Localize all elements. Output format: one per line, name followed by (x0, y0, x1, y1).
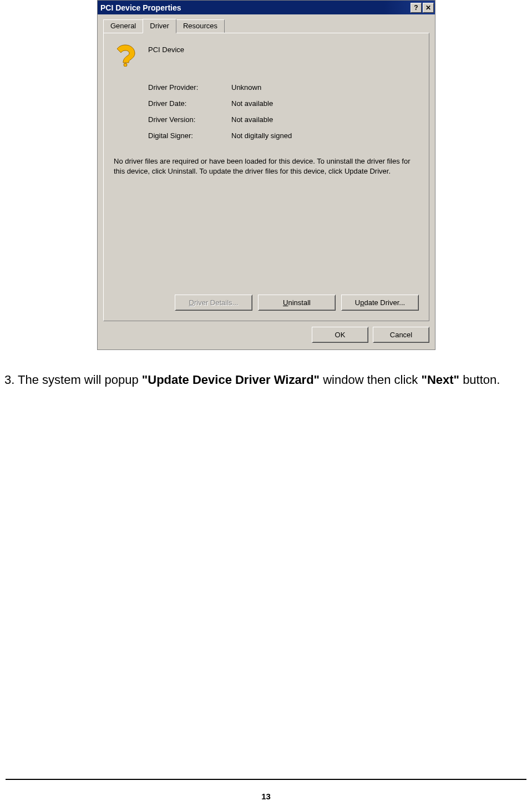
tab-general-label: General (110, 22, 136, 30)
signer-value: Not digitally signed (231, 131, 419, 140)
tab-general[interactable]: General (103, 19, 143, 34)
ok-button[interactable]: OK (312, 327, 368, 343)
instruction-bold2: "Next" (421, 373, 459, 387)
update-pre: U (355, 298, 360, 307)
tab-driver[interactable]: Driver (143, 19, 176, 33)
properties-dialog: PCI Device Properties ? ✕ General Driver… (97, 0, 435, 350)
instruction-prefix: 3. The system will popup (4, 373, 142, 387)
tab-button-row: Driver Details... Uninstall Update Drive… (175, 295, 419, 311)
tab-strip: General Driver Resources (98, 14, 435, 33)
update-rest: date Driver... (364, 298, 405, 307)
update-driver-button[interactable]: Update Driver... (341, 295, 419, 311)
cancel-button[interactable]: Cancel (373, 327, 429, 343)
instruction-text: 3. The system will popup "Update Device … (4, 372, 529, 388)
driver-info-grid: Driver Provider: Unknown Driver Date: No… (148, 83, 419, 140)
titlebar: PCI Device Properties ? ✕ (98, 1, 435, 14)
page-number: 13 (0, 792, 532, 801)
uninstall-button[interactable]: Uninstall (258, 295, 336, 311)
question-icon: ? (414, 4, 418, 12)
svg-point-0 (124, 63, 127, 67)
tab-resources-label: Resources (183, 22, 217, 30)
device-header: PCI Device (114, 43, 419, 67)
instruction-suffix: button. (459, 373, 500, 387)
cancel-label: Cancel (390, 331, 412, 339)
version-label: Driver Version: (148, 115, 231, 124)
date-value: Not available (231, 99, 419, 108)
instruction-bold1: "Update Device Driver Wizard" (142, 373, 320, 387)
instruction-middle: window then click (320, 373, 421, 387)
help-button[interactable]: ? (411, 3, 422, 13)
driver-details-button: Driver Details... (175, 295, 252, 311)
window-title: PCI Device Properties (100, 3, 411, 12)
close-button[interactable]: ✕ (423, 3, 434, 13)
driver-description: No driver files are required or have bee… (114, 156, 419, 176)
version-value: Not available (231, 115, 419, 124)
close-icon: ✕ (425, 4, 431, 12)
uninstall-rest: ninstall (288, 298, 310, 307)
tab-driver-label: Driver (150, 22, 169, 30)
page-divider (6, 779, 526, 780)
provider-value: Unknown (231, 83, 419, 92)
tab-panel-driver: PCI Device Driver Provider: Unknown Driv… (103, 33, 429, 321)
unknown-device-icon (114, 43, 137, 67)
ok-label: OK (335, 331, 346, 339)
device-name: PCI Device (148, 43, 184, 54)
tab-resources[interactable]: Resources (176, 19, 225, 34)
provider-label: Driver Provider: (148, 83, 231, 92)
date-label: Driver Date: (148, 99, 231, 108)
dialog-footer: OK Cancel (98, 325, 435, 349)
driver-details-rest: river Details... (194, 298, 238, 307)
signer-label: Digital Signer: (148, 131, 231, 140)
